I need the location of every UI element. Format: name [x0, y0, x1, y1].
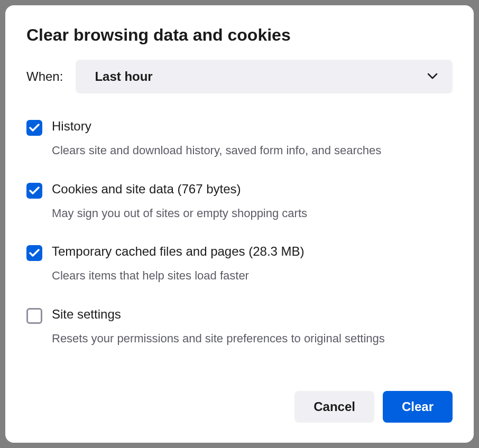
check-icon [29, 186, 40, 195]
cookies-checkbox[interactable] [26, 183, 42, 199]
option-content: Temporary cached files and pages (28.3 M… [52, 244, 453, 284]
select-value: Last hour [95, 69, 152, 84]
option-label: History [52, 119, 453, 134]
option-history: History Clears site and download history… [26, 119, 453, 158]
clear-data-dialog: Clear browsing data and cookies When: La… [5, 5, 474, 443]
dialog-title: Clear browsing data and cookies [26, 25, 453, 45]
check-icon [29, 249, 40, 257]
site-settings-checkbox[interactable] [26, 308, 42, 324]
option-label: Site settings [52, 307, 453, 322]
option-cookies: Cookies and site data (767 bytes) May si… [26, 182, 453, 221]
button-row: Cancel Clear [26, 391, 453, 423]
option-description: Clears items that help sites load faster [52, 268, 453, 284]
history-checkbox[interactable] [26, 120, 42, 136]
clear-button[interactable]: Clear [383, 391, 453, 423]
option-site-settings: Site settings Resets your permissions an… [26, 307, 453, 347]
option-cache: Temporary cached files and pages (28.3 M… [26, 244, 453, 284]
option-description: Resets your permissions and site prefere… [52, 331, 453, 347]
option-description: Clears site and download history, saved … [52, 143, 453, 158]
option-label: Temporary cached files and pages (28.3 M… [52, 244, 453, 259]
cache-checkbox[interactable] [26, 245, 42, 261]
option-content: Site settings Resets your permissions an… [52, 307, 453, 347]
chevron-down-icon [427, 72, 438, 81]
cancel-button[interactable]: Cancel [294, 391, 374, 423]
option-content: History Clears site and download history… [52, 119, 453, 158]
when-label: When: [26, 69, 63, 84]
time-range-select[interactable]: Last hour [76, 60, 453, 94]
option-label: Cookies and site data (767 bytes) [52, 182, 453, 197]
option-description: May sign you out of sites or empty shopp… [52, 206, 453, 221]
check-icon [29, 124, 40, 132]
options-list: History Clears site and download history… [26, 119, 453, 374]
option-content: Cookies and site data (767 bytes) May si… [52, 182, 453, 221]
time-range-row: When: Last hour [26, 60, 453, 94]
